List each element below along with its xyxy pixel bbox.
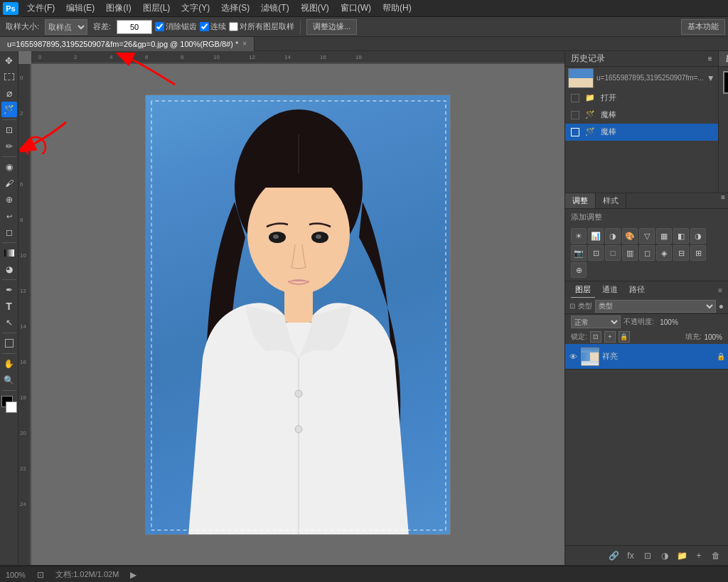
lock-pixels-btn[interactable]: ⊡ — [590, 331, 601, 343]
menu-window[interactable]: 窗口(W) — [335, 0, 377, 16]
refine-edge-button[interactable]: 调整边缘... — [306, 19, 357, 35]
tool-lasso[interactable]: ⌀ — [1, 85, 17, 101]
tool-eraser[interactable]: ◻ — [1, 225, 17, 240]
new-group-btn[interactable]: 📁 — [675, 549, 688, 562]
adj-black-white[interactable]: ◑ — [690, 228, 706, 244]
tool-zoom[interactable]: 🔍 — [1, 372, 17, 388]
tool-heal[interactable]: ◉ — [1, 159, 17, 175]
adj-channel-mixer[interactable]: ▦ — [656, 228, 672, 244]
lock-pos-btn[interactable]: + — [604, 331, 616, 343]
adj-gradient-map[interactable]: ▽ — [639, 228, 655, 244]
layer-type-select[interactable]: 类型 — [595, 300, 716, 313]
tool-clone[interactable]: ⊕ — [1, 192, 17, 208]
adj-exposure[interactable]: ◻ — [639, 245, 655, 261]
history-panel-header[interactable]: 历史记录 ≡ — [565, 51, 718, 67]
adj-panel-menu[interactable]: ≡ — [721, 193, 728, 208]
tool-history-brush[interactable]: ↩ — [1, 208, 17, 224]
adj-brightness[interactable]: ☀ — [571, 228, 587, 244]
opacity-label: 不透明度: — [623, 317, 654, 327]
fg-bg-color-widget[interactable] — [1, 396, 17, 416]
document-tab[interactable]: u=1655987895,3195250907&fm=26&gp=0.jpg @… — [0, 37, 255, 51]
adj-pattern[interactable]: ⊕ — [571, 262, 587, 278]
layers-panel-menu[interactable]: ≡ — [718, 286, 722, 294]
history-item-wand1[interactable]: 🪄 魔棒 — [565, 107, 718, 124]
menu-select[interactable]: 选择(S) — [215, 0, 255, 16]
svg-point-33 — [273, 235, 279, 239]
adj-hue-sat[interactable]: 🎨 — [622, 228, 638, 244]
new-layer-btn[interactable]: + — [692, 549, 705, 562]
menu-type[interactable]: 文字(Y) — [176, 0, 215, 16]
sample-size-select[interactable]: 取样点 — [45, 19, 87, 35]
background-color[interactable] — [6, 402, 17, 413]
adj-curves[interactable]: ◑ — [605, 228, 621, 244]
adj-invert[interactable]: ⊡ — [588, 245, 604, 261]
ps-logo-icon: Ps — [3, 2, 18, 15]
adj-photo-filter[interactable]: 📷 — [571, 245, 587, 261]
tool-move[interactable]: ✥ — [1, 53, 17, 68]
style-tab[interactable]: 样式 — [596, 193, 626, 208]
adj-vibrance[interactable]: ◈ — [656, 245, 672, 261]
canvas-area[interactable]: 0 2 4 6 8 10 12 14 16 18 0 2 4 6 8 10 1 — [18, 51, 564, 565]
menu-filter[interactable]: 滤镜(T) — [255, 0, 294, 16]
canvas-viewport[interactable] — [31, 64, 564, 565]
photo-canvas[interactable] — [145, 95, 451, 535]
history-item-wand2[interactable]: 🪄 魔棒 — [565, 124, 718, 141]
filter-toggle[interactable]: ● — [719, 301, 724, 311]
layer-item-0[interactable]: 👁 祥亮 🔒 — [565, 344, 728, 370]
lock-all-btn[interactable]: 🔒 — [619, 331, 630, 343]
tool-gradient[interactable] — [1, 245, 17, 261]
blend-mode-select[interactable]: 正常 — [571, 316, 621, 328]
adj-solid-color[interactable]: ⊞ — [690, 245, 706, 261]
adj-color-balance[interactable]: ◧ — [673, 228, 689, 244]
color-panel-tabs: 颜色 色板 ≡ — [719, 51, 728, 67]
tool-text[interactable]: T — [1, 298, 17, 314]
menu-view[interactable]: 视图(V) — [295, 0, 335, 16]
adjustments-tab[interactable]: 调整 — [565, 193, 596, 208]
menu-edit[interactable]: 编辑(E) — [60, 0, 100, 16]
history-expand-icon[interactable]: ≡ — [708, 55, 712, 63]
channels-tab[interactable]: 通道 — [598, 282, 622, 298]
tool-hand[interactable]: ✋ — [1, 356, 17, 372]
fg-bg-display: R 227 G 223 — [719, 67, 728, 115]
adj-levels[interactable]: 📊 — [588, 228, 604, 244]
adj-selective-color[interactable]: ⊟ — [673, 245, 689, 261]
link-layers-btn[interactable]: 🔗 — [607, 549, 620, 562]
history-menu-icon[interactable]: ▼ — [707, 73, 715, 83]
tool-marquee[interactable] — [1, 69, 17, 85]
tool-pen[interactable]: ✒ — [1, 282, 17, 298]
tool-burn[interactable]: ◕ — [1, 262, 17, 277]
menu-layer[interactable]: 图层(L) — [137, 0, 176, 16]
anti-alias-check[interactable]: 消除锯齿 — [155, 21, 197, 32]
paths-tab[interactable]: 路径 — [625, 282, 649, 298]
color-tab[interactable]: 颜色 — [719, 51, 728, 66]
adj-threshold[interactable]: ▥ — [622, 245, 638, 261]
menu-image[interactable]: 图像(I) — [100, 0, 136, 16]
tool-crop[interactable]: ⊡ — [1, 122, 17, 138]
layers-tab[interactable]: 图层 — [571, 282, 595, 298]
layer-fx-btn[interactable]: fx — [624, 549, 637, 562]
menu-file[interactable]: 文件(F) — [21, 0, 60, 16]
svg-text:18: 18 — [20, 394, 26, 401]
workspace-button[interactable]: 基本功能 — [681, 19, 725, 35]
tool-shape[interactable] — [1, 335, 17, 351]
tool-magic-wand[interactable]: 🪄 — [1, 102, 17, 117]
tool-path-sel[interactable]: ↖ — [1, 315, 17, 330]
zoom-fit-icon[interactable]: ⊡ — [37, 570, 44, 580]
adj-posterize[interactable]: □ — [605, 245, 621, 261]
all-layers-check[interactable]: 对所有图层取样 — [229, 21, 294, 32]
options-bar: 取样大小: 取样点 容差: 消除锯齿 连续 对所有图层取样 调整边缘... 基本… — [0, 17, 728, 37]
new-adj-layer-btn[interactable]: ◑ — [658, 549, 671, 562]
menu-help[interactable]: 帮助(H) — [377, 0, 417, 16]
tool-brush[interactable]: 🖌 — [1, 176, 17, 191]
contiguous-check[interactable]: 连续 — [200, 21, 226, 32]
tolerance-input[interactable] — [117, 20, 152, 34]
status-arrow-btn[interactable]: ▶ — [130, 570, 136, 580]
delete-layer-btn[interactable]: 🗑 — [710, 549, 722, 562]
add-mask-btn[interactable]: ⊡ — [641, 549, 654, 562]
layer-visibility-icon[interactable]: 👁 — [568, 352, 578, 362]
tab-close-button[interactable]: × — [242, 40, 247, 48]
fg-color-swatch[interactable] — [723, 71, 728, 94]
history-item-open[interactable]: 📁 打开 — [565, 90, 718, 107]
svg-text:4: 4 — [20, 146, 23, 152]
tool-eyedropper[interactable]: ✏ — [1, 139, 17, 154]
